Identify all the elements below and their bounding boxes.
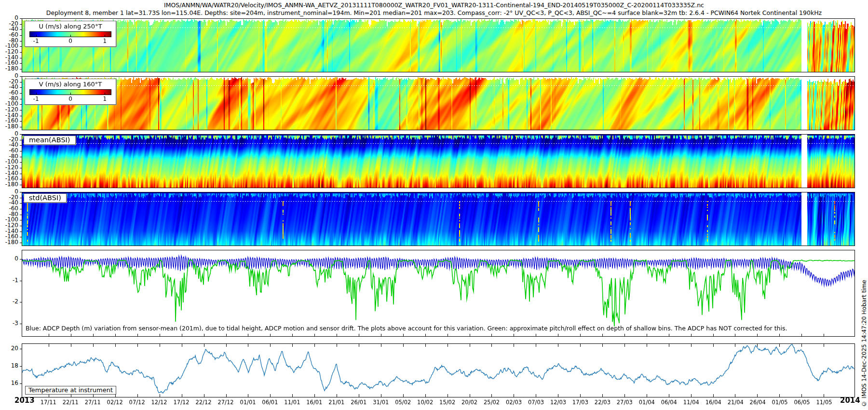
y-tick-label: 16 (0, 380, 18, 386)
y-tick-mark (20, 76, 22, 77)
y-tick-mark (20, 366, 22, 367)
x-tick-label: 05/02 (395, 399, 411, 406)
v-colorbar-tick-labels: -1 0 1 (29, 96, 111, 102)
y-tick-label: -180 (0, 123, 18, 130)
y-tick-mark (20, 198, 22, 198)
y-tick-mark (20, 140, 22, 140)
y-tick-label: -180 (0, 181, 18, 188)
x-tick-label: 02/12 (107, 399, 123, 406)
u-colorbar-tick-label: 0 (68, 38, 72, 44)
y-tick-mark (20, 157, 22, 157)
x-tick-label: 22/11 (63, 399, 79, 406)
u-colorbar-tick-label: -1 (33, 38, 39, 44)
y-tick-mark (20, 46, 22, 47)
u-colorbar-tick-labels: -1 0 1 (29, 38, 111, 44)
y-tick-label: -180 (0, 239, 18, 246)
y-tick-mark (20, 237, 22, 237)
colorbar-tick-mark (70, 93, 71, 95)
y-tick-mark (20, 281, 22, 281)
x-tick-label: 26/04 (750, 399, 766, 406)
y-tick-mark (20, 383, 22, 384)
x-tick-label: 26/01 (351, 399, 366, 406)
x-tick-label: 17/12 (174, 399, 190, 406)
y-tick-mark (20, 145, 22, 146)
depth-variation-panel: Blue: ADCP Depth (m) variation from sens… (22, 250, 855, 337)
colorbar-tick-mark (105, 93, 105, 95)
adcp-velocity-plot-page: IMOS/ANMN/WA/WATR20/Velocity/IMOS_ANMN-W… (0, 0, 868, 410)
y-tick-mark (20, 185, 22, 185)
y-tick-mark (20, 215, 22, 215)
std-absi-panel: std(ABSI) (22, 192, 855, 246)
y-tick-mark (20, 116, 22, 116)
y-tick-mark (20, 226, 22, 226)
y-tick-mark (20, 302, 22, 302)
x-tick-label: 11/04 (683, 399, 699, 406)
y-tick-mark (20, 99, 22, 99)
u-colorbar (29, 31, 111, 37)
y-tick-mark (20, 121, 22, 122)
x-tick-label: 27/03 (617, 399, 633, 406)
x-tick-label: 16/04 (705, 399, 721, 406)
x-tick-label: 15/02 (439, 399, 455, 406)
y-tick-mark (20, 35, 22, 36)
x-tick-label: 22/12 (195, 399, 211, 406)
y-tick-mark (20, 168, 22, 168)
temperature-panel: Temperature at instrument (22, 343, 855, 397)
y-tick-mark (20, 69, 22, 69)
y-tick-label: 0 (0, 256, 18, 262)
x-tick-label: 07/03 (528, 399, 544, 406)
std-absi-label: std(ABSI) (24, 193, 67, 203)
x-tick-label: 20/02 (461, 399, 477, 406)
x-tick-label: 06/01 (262, 399, 278, 406)
x-tick-label: 11/01 (284, 399, 300, 406)
temperature-label: Temperature at instrument (25, 386, 116, 395)
temperature-line (22, 344, 854, 397)
year-start-label: 2013 (14, 396, 35, 405)
u-velocity-heatmap (22, 19, 854, 72)
depth-annotation: Blue: ADCP Depth (m) variation from sens… (26, 325, 787, 332)
u-colorbar-legend: U (m/s) along 250°T -1 0 1 (25, 21, 116, 47)
y-tick-mark (20, 243, 22, 243)
y-tick-mark (20, 232, 22, 232)
y-tick-mark (20, 162, 22, 163)
y-tick-mark (20, 174, 22, 174)
y-tick-mark (20, 151, 22, 151)
mean-absi-heatmap (22, 135, 854, 188)
u-legend-title: U (m/s) along 250°T (29, 23, 111, 30)
mean-absi-panel: mean(ABSI) (22, 134, 855, 188)
y-tick-mark (20, 104, 22, 105)
y-tick-mark (20, 209, 22, 209)
x-tick-label: 17/03 (572, 399, 588, 406)
y-tick-mark (20, 63, 22, 64)
v-legend-title: V (m/s) along 160°T (29, 81, 111, 88)
std-absi-heatmap (22, 192, 854, 246)
y-tick-mark (20, 18, 22, 19)
colorbar-tick-mark (36, 93, 37, 95)
x-tick-label: 27/11 (85, 399, 101, 406)
x-tick-label: 22/03 (595, 399, 610, 406)
x-tick-label: 21/01 (328, 399, 344, 406)
y-tick-label: -3 (0, 320, 18, 327)
x-tick-label: 31/01 (373, 399, 389, 406)
y-tick-label: 20 (0, 345, 18, 352)
y-tick-mark (20, 58, 22, 58)
y-tick-mark (20, 52, 22, 53)
year-end-label: 2014 (840, 396, 860, 405)
y-tick-mark (20, 29, 22, 30)
x-tick-label: 10/02 (417, 399, 433, 406)
x-tick-label: 11/05 (816, 399, 832, 406)
x-tick-label: 01/04 (639, 399, 655, 406)
x-tick-label: 06/05 (794, 399, 810, 406)
colorbar-tick-mark (36, 35, 37, 37)
file-title: IMOS/ANMN/WA/WATR20/Velocity/IMOS_ANMN-W… (0, 1, 868, 9)
y-tick-mark (20, 41, 22, 41)
y-tick-label: 18 (0, 363, 18, 369)
y-tick-mark (20, 192, 22, 192)
u-colorbar-tick-label: 1 (103, 38, 107, 44)
y-tick-mark (20, 127, 22, 127)
y-tick-mark (20, 324, 22, 324)
y-tick-mark (20, 179, 22, 179)
x-tick-label: 12/12 (151, 399, 167, 406)
y-tick-mark (20, 220, 22, 220)
v-colorbar-tick-label: 1 (103, 96, 107, 102)
